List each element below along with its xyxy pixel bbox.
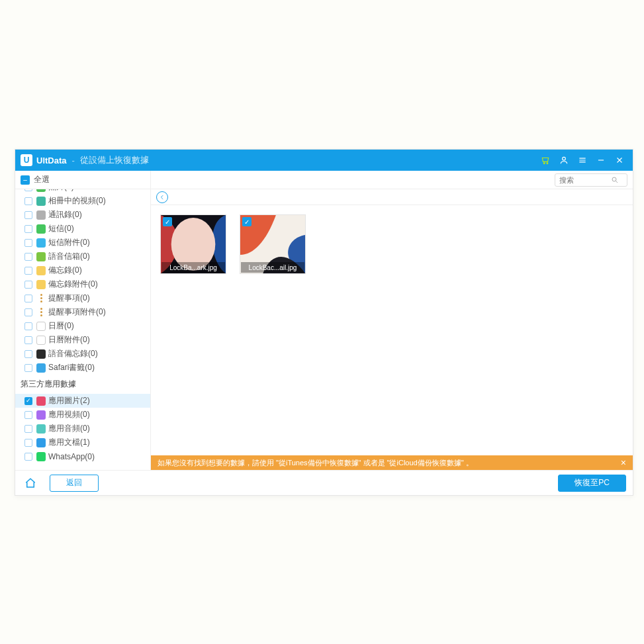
category-icon [36, 224, 46, 234]
app-window: U UltData - 從設備上恢復數據 – 全選 照片(0)相冊中的視頻(0)… [15, 149, 633, 496]
svg-point-1 [547, 163, 548, 164]
category-icon [36, 336, 46, 345]
sidebar-item-label: 短信(0) [48, 223, 74, 234]
category-icon [36, 438, 46, 447]
search-input[interactable] [558, 175, 611, 185]
checkbox-icon[interactable] [24, 211, 32, 219]
sidebar-item-label: 通訊錄(0) [48, 209, 82, 220]
sidebar-item[interactable]: 語音備忘錄(0) [15, 347, 150, 361]
checkbox-icon[interactable] [24, 239, 32, 247]
category-icon [36, 252, 46, 261]
sidebar-item[interactable]: 提醒事項(0) [15, 291, 150, 305]
sidebar-item[interactable]: 提醒事項附件(0) [15, 305, 150, 319]
thumbnail-checkbox[interactable]: ✓ [242, 217, 252, 226]
checkbox-icon[interactable] [24, 295, 32, 302]
select-all-checkbox[interactable]: – [21, 175, 30, 185]
cart-icon[interactable] [537, 152, 553, 168]
sidebar-item[interactable]: 短信附件(0) [15, 236, 150, 250]
checkbox-icon[interactable] [24, 411, 32, 419]
svg-point-2 [563, 157, 566, 160]
thumbnail[interactable]: ✓LockBa...ark.jpg [160, 214, 226, 274]
select-all-label: 全選 [34, 174, 50, 185]
sidebar-item[interactable]: Safari書籤(0) [15, 361, 150, 375]
checkbox-icon[interactable] [24, 267, 32, 275]
sidebar-item[interactable]: 語音信箱(0) [15, 250, 150, 263]
minimize-button[interactable] [593, 152, 609, 168]
checkbox-icon[interactable] [24, 281, 32, 289]
thumbnail[interactable]: ✓LockBac...ail.jpg [240, 214, 306, 274]
close-button[interactable] [612, 152, 627, 168]
sidebar-item[interactable]: 日曆附件(0) [15, 333, 150, 347]
menu-icon[interactable] [575, 152, 590, 168]
banner-text: 如果您沒有找到想要的數據，請使用 "從iTunes備份中恢復數據" 或者是 "從… [158, 458, 473, 468]
app-logo-icon: U [21, 154, 32, 166]
sidebar-item[interactable]: 短信(0) [15, 222, 150, 236]
checkbox-icon[interactable] [24, 225, 32, 233]
category-icon [36, 189, 46, 192]
checkbox-icon[interactable] [24, 425, 32, 433]
category-icon [36, 238, 46, 248]
select-all-row[interactable]: – 全選 [15, 171, 150, 189]
user-icon[interactable] [556, 152, 572, 168]
category-icon [36, 197, 46, 206]
sidebar-item-label: 應用視頻(0) [48, 409, 90, 420]
checkbox-icon[interactable] [24, 453, 32, 461]
sidebar-item[interactable]: 照片(0) [15, 189, 150, 194]
thumbnail-caption: LockBa...ark.jpg [161, 262, 225, 273]
thumbnail-caption: LockBac...ail.jpg [241, 262, 304, 273]
sidebar-item-label: 應用文檔(1) [48, 437, 90, 448]
banner-close-icon[interactable]: × [621, 457, 626, 468]
checkbox-icon[interactable] [24, 322, 32, 330]
search-bar [151, 171, 633, 189]
sidebar-item-label: 提醒事項附件(0) [48, 306, 106, 318]
checkbox-checked-icon[interactable]: ✓ [24, 397, 32, 405]
recover-to-pc-button[interactable]: 恢復至PC [558, 475, 626, 492]
info-banner: 如果您沒有找到想要的數據，請使用 "從iTunes備份中恢復數據" 或者是 "從… [151, 455, 633, 470]
category-icon [36, 396, 46, 406]
sidebar-item[interactable]: 備忘錄(0) [15, 263, 150, 277]
sidebar-section-header: 第三方應用數據 [15, 375, 150, 394]
sidebar-item-label: 應用音頻(0) [48, 423, 90, 434]
sidebar-item[interactable]: 應用音頻(0) [15, 422, 150, 436]
checkbox-icon[interactable] [24, 189, 32, 191]
category-icon [36, 266, 46, 275]
checkbox-icon[interactable] [24, 336, 32, 344]
sidebar-item-label: 語音備忘錄(0) [48, 348, 98, 359]
titlebar: U UltData - 從設備上恢復數據 [15, 150, 633, 171]
back-button[interactable]: 返回 [50, 475, 99, 492]
sidebar-item[interactable]: 應用文檔(1) [15, 436, 150, 449]
checkbox-icon[interactable] [24, 308, 32, 316]
sidebar-item-label: 短信附件(0) [48, 237, 90, 248]
sidebar-item[interactable]: WhatsApp(0) [15, 449, 150, 463]
checkbox-icon[interactable] [24, 253, 32, 261]
search-box[interactable] [555, 173, 627, 187]
checkbox-icon[interactable] [24, 364, 32, 372]
sidebar-item-label: WhatsApp(0) [48, 452, 95, 461]
sidebar-item[interactable]: 通訊錄(0) [15, 208, 150, 222]
sidebar-item[interactable]: 日曆(0) [15, 319, 150, 333]
sidebar-item[interactable]: ✓應用圖片(2) [15, 394, 150, 408]
body: – 全選 照片(0)相冊中的視頻(0)通訊錄(0)短信(0)短信附件(0)語音信… [15, 171, 633, 470]
sidebar-item-label: Safari書籤(0) [48, 362, 95, 373]
svg-point-3 [612, 177, 616, 181]
sidebar-item[interactable]: 相冊中的視頻(0) [15, 194, 150, 208]
sidebar-item[interactable]: 應用視頻(0) [15, 408, 150, 422]
content-toolbar [151, 189, 633, 205]
home-button[interactable] [22, 475, 39, 492]
category-icon [36, 452, 46, 461]
back-nav-button[interactable] [156, 191, 168, 203]
thumbnail-checkbox[interactable]: ✓ [163, 217, 172, 226]
checkbox-icon[interactable] [24, 439, 32, 447]
window-subtitle: 從設備上恢復數據 [80, 154, 149, 166]
sidebar-item-label: 語音信箱(0) [48, 251, 90, 262]
sidebar-item-label: 應用圖片(2) [48, 395, 90, 406]
sidebar-item[interactable]: 備忘錄附件(0) [15, 277, 150, 291]
sidebar: – 全選 照片(0)相冊中的視頻(0)通訊錄(0)短信(0)短信附件(0)語音信… [15, 171, 151, 470]
sidebar-item-label: 備忘錄附件(0) [48, 279, 98, 290]
checkbox-icon[interactable] [24, 197, 32, 205]
checkbox-icon[interactable] [24, 350, 32, 358]
category-icon [36, 363, 46, 373]
category-icon [36, 210, 46, 220]
sidebar-item-label: 提醒事項(0) [48, 293, 90, 304]
sidebar-item-label: 日曆(0) [48, 320, 74, 332]
